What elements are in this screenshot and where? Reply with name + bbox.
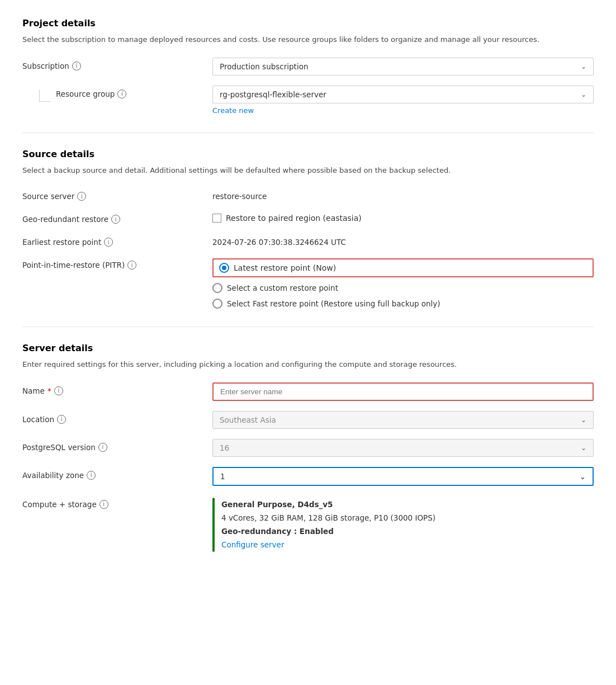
geo-redundant-checkbox-label: Restore to paired region (eastasia)	[226, 214, 362, 223]
create-new-link[interactable]: Create new	[212, 106, 254, 115]
subscription-row: Subscription i Production subscription ⌄	[22, 58, 594, 75]
source-server-info-icon: i	[77, 192, 86, 201]
compute-storage-content: General Purpose, D4ds_v5 4 vCores, 32 Gi…	[212, 498, 594, 552]
server-name-row: Name * i	[22, 382, 594, 401]
earliest-restore-label: Earliest restore point i	[22, 234, 212, 247]
availability-zone-info-icon: i	[87, 471, 96, 480]
geo-redundant-label: Geo-redundant restore i	[22, 211, 212, 224]
earliest-restore-info-icon: i	[104, 238, 113, 247]
server-name-label: Name * i	[22, 382, 212, 395]
subscription-select[interactable]: Production subscription ⌄	[212, 58, 594, 75]
earliest-restore-row: Earliest restore point i 2024-07-26 07:3…	[22, 234, 594, 247]
project-details-description: Select the subscription to manage deploy…	[22, 34, 594, 45]
pitr-radio-group: Latest restore point (Now) Select a cust…	[212, 257, 594, 309]
pitr-control: Latest restore point (Now) Select a cust…	[212, 257, 594, 309]
compute-storage-details: General Purpose, D4ds_v5 4 vCores, 32 Gi…	[221, 498, 435, 552]
compute-storage-tier: General Purpose, D4ds_v5	[221, 500, 333, 509]
pitr-option-fast-label: Select Fast restore point (Restore using…	[227, 299, 440, 308]
pitr-info-icon: i	[127, 261, 136, 270]
source-server-value: restore-source	[212, 188, 594, 201]
pitr-row: Point-in-time-restore (PITR) i Latest re…	[22, 257, 594, 309]
subscription-label: Subscription i	[22, 58, 212, 70]
server-name-info-icon: i	[54, 386, 63, 395]
location-chevron-icon: ⌄	[581, 416, 586, 424]
postgresql-version-chevron-icon: ⌄	[581, 444, 586, 452]
location-select[interactable]: Southeast Asia ⌄	[212, 411, 594, 429]
availability-zone-label: Availability zone i	[22, 467, 212, 480]
postgresql-version-info-icon: i	[98, 443, 107, 452]
compute-storage-specs: 4 vCores, 32 GiB RAM, 128 GiB storage, P…	[221, 513, 435, 522]
resource-group-row: Resource group i rg-postgresql-flexible-…	[22, 86, 594, 115]
geo-redundant-control: Restore to paired region (eastasia)	[212, 211, 594, 223]
geo-redundant-info-icon: i	[111, 215, 120, 224]
source-details-section: Source details Select a backup source an…	[22, 149, 594, 309]
source-details-description: Select a backup source and detail. Addit…	[22, 165, 594, 176]
resource-group-chevron-icon: ⌄	[581, 91, 586, 98]
pitr-radio-custom[interactable]	[212, 283, 222, 293]
earliest-restore-value: 2024-07-26 07:30:38.3246624 UTC	[212, 234, 594, 247]
availability-zone-select[interactable]: 1 ⌄	[212, 467, 594, 486]
compute-storage-row: Compute + storage i General Purpose, D4d…	[22, 496, 594, 552]
source-details-title: Source details	[22, 149, 594, 159]
pitr-label: Point-in-time-restore (PITR) i	[22, 257, 212, 270]
compute-storage-control: General Purpose, D4ds_v5 4 vCores, 32 Gi…	[212, 496, 594, 552]
geo-redundant-checkbox-row: Restore to paired region (eastasia)	[212, 211, 594, 223]
configure-server-link[interactable]: Configure server	[221, 540, 284, 549]
geo-redundant-checkbox[interactable]	[212, 214, 221, 223]
indent-line	[39, 89, 50, 102]
project-details-title: Project details	[22, 18, 594, 29]
pitr-option-latest[interactable]: Latest restore point (Now)	[212, 258, 594, 277]
server-name-control	[212, 382, 594, 401]
compute-storage-green-bar	[212, 498, 215, 552]
pitr-option-fast[interactable]: Select Fast restore point (Restore using…	[212, 299, 594, 309]
resource-group-select[interactable]: rg-postgresql-flexible-server ⌄	[212, 86, 594, 103]
subscription-control: Production subscription ⌄	[212, 58, 594, 75]
server-details-description: Enter required settings for this server,…	[22, 359, 594, 370]
resource-group-label-wrapper: Resource group i	[22, 86, 212, 102]
compute-storage-label: Compute + storage i	[22, 496, 212, 509]
section-divider-1	[22, 133, 594, 133]
server-details-section: Server details Enter required settings f…	[22, 343, 594, 552]
location-row: Location i Southeast Asia ⌄	[22, 411, 594, 429]
source-server-row: Source server i restore-source	[22, 188, 594, 201]
resource-group-indent: Resource group i	[22, 89, 126, 102]
server-name-required: *	[48, 386, 51, 395]
postgresql-version-label: PostgreSQL version i	[22, 439, 212, 452]
location-info-icon: i	[57, 415, 66, 424]
subscription-info-icon: i	[72, 62, 81, 70]
availability-zone-row: Availability zone i 1 ⌄	[22, 467, 594, 486]
server-name-input[interactable]	[212, 382, 594, 401]
source-server-label: Source server i	[22, 188, 212, 201]
compute-storage-geo: Geo-redundancy : Enabled	[221, 527, 334, 536]
subscription-chevron-icon: ⌄	[581, 63, 586, 70]
pitr-option-latest-label: Latest restore point (Now)	[234, 263, 336, 272]
resource-group-info-icon: i	[117, 89, 126, 98]
pitr-option-custom[interactable]: Select a custom restore point	[212, 283, 594, 293]
geo-redundant-row: Geo-redundant restore i Restore to paire…	[22, 211, 594, 224]
postgresql-version-control: 16 ⌄	[212, 439, 594, 457]
server-details-title: Server details	[22, 343, 594, 353]
pitr-radio-latest[interactable]	[219, 263, 229, 273]
postgresql-version-select[interactable]: 16 ⌄	[212, 439, 594, 457]
pitr-option-custom-label: Select a custom restore point	[227, 284, 338, 292]
postgresql-version-row: PostgreSQL version i 16 ⌄	[22, 439, 594, 457]
location-label: Location i	[22, 411, 212, 424]
compute-storage-info-icon: i	[99, 500, 108, 509]
pitr-radio-fast[interactable]	[212, 299, 222, 309]
project-details-section: Project details Select the subscription …	[22, 18, 594, 115]
availability-zone-control: 1 ⌄	[212, 467, 594, 486]
section-divider-2	[22, 327, 594, 327]
resource-group-control: rg-postgresql-flexible-server ⌄ Create n…	[212, 86, 594, 115]
availability-zone-chevron-icon: ⌄	[580, 472, 586, 481]
location-control: Southeast Asia ⌄	[212, 411, 594, 429]
